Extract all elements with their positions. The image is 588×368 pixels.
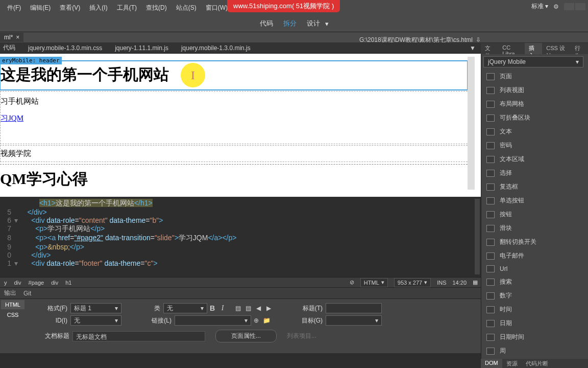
related-file-1[interactable]: jquery.mobile-1.3.0.min.css	[28, 44, 102, 52]
preview-footer-text[interactable]: 视频学院	[1, 146, 468, 162]
props-css-mode[interactable]: CSS	[1, 310, 24, 319]
filter-icon[interactable]: ▼	[470, 44, 476, 52]
target-select[interactable]: ▾	[326, 315, 382, 326]
id-select[interactable]: 无▾	[70, 315, 121, 326]
doctype-dropdown[interactable]: HTML ▾	[360, 278, 388, 287]
insert-item-14[interactable]: Url	[481, 263, 588, 275]
menu-site[interactable]: 站点(S)	[172, 2, 201, 14]
bc-div1[interactable]: div	[14, 280, 21, 286]
sync-settings-icon[interactable]: ⚙	[553, 3, 559, 10]
git-tab[interactable]: Git	[23, 290, 31, 297]
widget-icon	[486, 225, 495, 232]
browse-folder-icon[interactable]: 📁	[262, 316, 271, 325]
bold-button[interactable]: B	[208, 304, 217, 313]
view-dropdown-icon[interactable]: ▾	[325, 20, 329, 28]
menu-find[interactable]: 查找(D)	[141, 2, 172, 14]
insert-item-12[interactable]: 翻转切换开关	[481, 235, 588, 249]
insert-item-10[interactable]: 按钮	[481, 208, 588, 221]
widget-icon	[486, 265, 495, 272]
insert-mode-label: INS	[437, 280, 446, 286]
maximize-button[interactable]	[575, 3, 585, 10]
tab-files[interactable]: 文件	[481, 43, 498, 54]
insert-item-1[interactable]: 列表视图	[481, 83, 588, 97]
menu-tool[interactable]: 工具(T)	[112, 2, 141, 14]
indent-button[interactable]: ▶	[264, 304, 273, 313]
preview-scrollbar[interactable]	[468, 57, 475, 190]
workspace-switcher[interactable]: 标准 ▾	[531, 2, 548, 11]
tab-cclib[interactable]: CC Libra	[498, 43, 525, 54]
bottom-right-tabs: DOM 资源 代码片断	[481, 359, 588, 368]
insert-item-7[interactable]: 选择	[481, 166, 588, 180]
title-input[interactable]	[326, 303, 382, 313]
view-design[interactable]: 设计	[307, 19, 320, 28]
bc-page[interactable]: #page	[29, 280, 44, 286]
preview-icon[interactable]: ▦	[473, 279, 478, 286]
tab-insert[interactable]: 插入	[525, 43, 542, 54]
menu-insert[interactable]: 插入(I)	[85, 2, 112, 14]
bc-div2[interactable]: div	[51, 280, 58, 286]
insert-item-9[interactable]: 单选按钮	[481, 194, 588, 208]
assets-tab[interactable]: 资源	[502, 359, 522, 368]
outdent-button[interactable]: ◀	[254, 304, 263, 313]
insert-item-6[interactable]: 文本区域	[481, 152, 588, 166]
tab-behaviors[interactable]: 行为	[571, 43, 588, 54]
unordered-list-button[interactable]: ▤	[233, 304, 242, 313]
tag-selector-breadcrumb: y div #page div h1 ⊘ HTML ▾ 953 x 277 ▾ …	[0, 277, 481, 287]
point-to-file-icon[interactable]: ⊕	[252, 316, 261, 325]
document-tab[interactable]: ml* ×	[0, 33, 23, 42]
insert-item-4[interactable]: 文本	[481, 125, 588, 139]
insert-item-16[interactable]: 数字	[481, 289, 588, 303]
minimize-button[interactable]	[564, 3, 574, 10]
close-tab-icon[interactable]: ×	[16, 34, 19, 41]
doc-title-input[interactable]: 无标题文档	[72, 331, 205, 341]
insert-item-20[interactable]: 周	[481, 344, 588, 358]
menu-view[interactable]: 查看(V)	[55, 2, 85, 14]
insert-item-13[interactable]: 电子邮件	[481, 249, 588, 263]
ordered-list-button[interactable]: ▤	[243, 304, 253, 313]
link-input[interactable]: ▾	[175, 315, 251, 326]
insert-item-15[interactable]: 搜索	[481, 275, 588, 289]
format-select[interactable]: 标题 1▾	[70, 303, 121, 313]
preview-link[interactable]: 习JQM	[1, 109, 23, 127]
code-editor-pane[interactable]: <h1>这是我的第一个手机网站</h1> 5 </div> 6▾ <div da…	[0, 197, 481, 277]
preview-h1[interactable]: 这是我的第一个手机网站	[1, 64, 468, 85]
snippets-tab[interactable]: 代码片断	[522, 359, 552, 368]
insert-item-5[interactable]: 密码	[481, 139, 588, 152]
viewport-size-dropdown[interactable]: 953 x 277 ▾	[394, 278, 431, 287]
insert-item-18[interactable]: 日期	[481, 316, 588, 330]
insert-item-2[interactable]: 布局网格	[481, 97, 588, 111]
code-scrollbar[interactable]	[475, 199, 480, 274]
widget-icon	[486, 320, 495, 327]
bc-h1[interactable]: h1	[65, 280, 71, 286]
link-label: 链接(L)	[148, 316, 172, 325]
error-indicator-icon[interactable]: ⊘	[350, 279, 354, 286]
output-tab[interactable]: 输出	[4, 289, 16, 297]
insert-item-3[interactable]: 可折叠区块	[481, 111, 588, 125]
preview-h1-page2[interactable]: QM学习心得	[0, 165, 468, 194]
insert-item-0[interactable]: 页面	[481, 70, 588, 83]
bc-body[interactable]: y	[4, 280, 7, 286]
view-mode-toolbar: 代码 拆分 设计 ▾	[0, 15, 588, 32]
view-code[interactable]: 代码	[260, 19, 273, 28]
insert-item-8[interactable]: 复选框	[481, 180, 588, 194]
dom-tab[interactable]: DOM	[481, 359, 502, 368]
view-split[interactable]: 拆分	[283, 19, 297, 28]
related-file-2[interactable]: jquery-1.11.1.min.js	[115, 44, 168, 52]
id-label: ID(I)	[41, 317, 67, 324]
widget-icon	[486, 306, 495, 313]
page-properties-button[interactable]: 页面属性...	[215, 330, 277, 342]
related-file-3[interactable]: jquery.mobile-1.3.0.min.js	[181, 44, 251, 52]
insert-item-11[interactable]: 滑块	[481, 221, 588, 235]
class-select[interactable]: 无▾	[163, 303, 207, 313]
live-preview-pane[interactable]: eryMobile: header ▲ 这是我的第一个手机网站 习手机网站 习J…	[0, 54, 481, 197]
insert-category-dropdown[interactable]: jQuery Mobile▾	[483, 56, 583, 67]
preview-paragraph-1[interactable]: 习手机网站	[1, 91, 468, 109]
menu-edit[interactable]: 编辑(E)	[26, 2, 55, 14]
tab-css[interactable]: CSS 设计	[542, 43, 570, 54]
props-html-mode[interactable]: HTML	[1, 300, 24, 309]
insert-item-19[interactable]: 日期时间	[481, 330, 588, 344]
italic-button[interactable]: I	[218, 304, 227, 313]
menu-file[interactable]: 件(F)	[3, 2, 26, 14]
insert-item-17[interactable]: 时间	[481, 303, 588, 316]
related-source[interactable]: 代码	[3, 43, 15, 52]
